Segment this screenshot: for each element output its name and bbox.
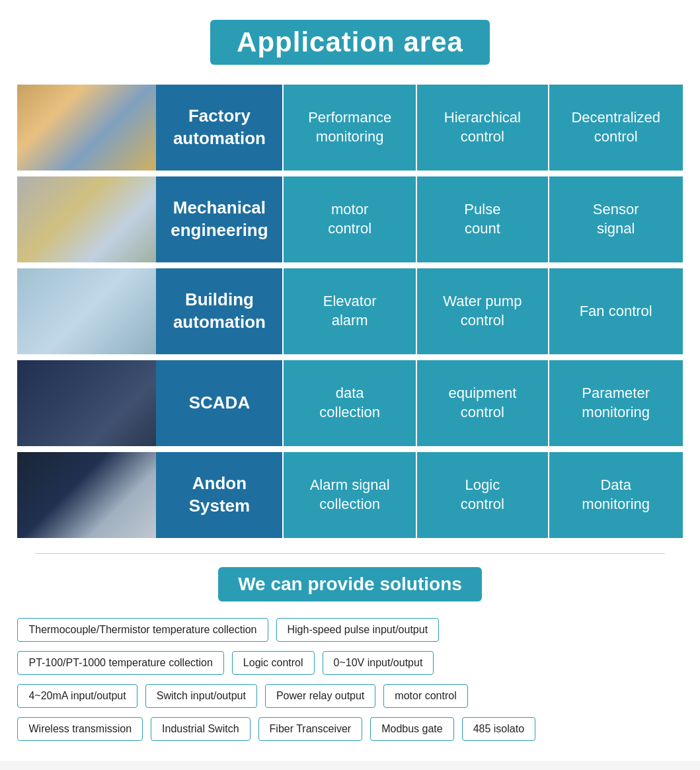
solution-tag: Modbus gate [370, 717, 454, 741]
title-wrapper: Application area [0, 13, 700, 71]
row-item-cell: Alarm signal collection [283, 451, 416, 539]
title-box: Application area [210, 20, 490, 65]
row-item-cell: motor control [283, 176, 416, 264]
row-item-cell: Data monitoring [549, 451, 683, 539]
solution-tag: 485 isolato [462, 717, 535, 741]
row-image-cell [17, 360, 156, 447]
tags-row: PT-100/PT-1000 temperature collectionLog… [17, 651, 682, 675]
row-item-cell: Hierarchical control [416, 85, 549, 172]
solution-tag: Logic control [232, 651, 315, 675]
tags-area: Thermocouple/Thermistor temperature coll… [17, 618, 682, 741]
row-category-cell: Building automation [156, 268, 283, 356]
solution-tag: 4~20mA input/output [17, 684, 137, 708]
solution-tag: High-speed pulse input/output [276, 618, 440, 642]
row-item-cell: Decentralized control [549, 85, 683, 172]
row-item-cell: Parameter monitoring [549, 360, 683, 447]
row-item-cell: Elevator alarm [283, 268, 416, 356]
row-category-cell: Factory automation [156, 85, 283, 172]
row-image-cell [17, 85, 156, 172]
row-category-cell: Andon System [156, 451, 283, 539]
table-row: Mechanical engineeringmotor controlPulse… [17, 176, 682, 264]
solutions-title: We can provide solutions [238, 574, 462, 594]
application-table: Factory automationPerformance monitoring… [17, 85, 682, 540]
solution-tag: PT-100/PT-1000 temperature collection [17, 651, 223, 675]
row-category-cell: Mechanical engineering [156, 176, 283, 264]
row-image-cell [17, 451, 156, 539]
solution-tag: Fiber Transceiver [258, 717, 363, 741]
row-item-cell: Fan control [549, 268, 683, 356]
solution-tag: 0~10V input/output [323, 651, 434, 675]
solution-tag: Wireless transmission [17, 717, 143, 741]
table-row: Andon SystemAlarm signal collectionLogic… [17, 451, 682, 539]
solution-tag: Power relay output [265, 684, 375, 708]
row-category-cell: SCADA [156, 360, 283, 447]
solution-tag: Thermocouple/Thermistor temperature coll… [17, 618, 268, 642]
row-item-cell: data collection [283, 360, 416, 447]
row-item-cell: equipment control [416, 360, 549, 447]
page-title: Application area [237, 26, 463, 58]
solution-tag: Switch input/output [145, 684, 257, 708]
row-image-cell [17, 176, 156, 264]
row-item-cell: Sensor signal [549, 176, 683, 264]
solution-tag: motor control [383, 684, 467, 708]
tags-row: Wireless transmissionIndustrial SwitchFi… [17, 717, 682, 741]
row-item-cell: Performance monitoring [283, 85, 416, 172]
table-row: Building automationElevator alarmWater p… [17, 268, 682, 356]
row-item-cell: Pulse count [416, 176, 549, 264]
page-wrapper: Application area Factory automationPerfo… [0, 0, 700, 761]
table-row: SCADAdata collectionequipment controlPar… [17, 360, 682, 447]
tags-row: Thermocouple/Thermistor temperature coll… [17, 618, 682, 642]
table-row: Factory automationPerformance monitoring… [17, 85, 682, 172]
tags-row: 4~20mA input/outputSwitch input/outputPo… [17, 684, 682, 708]
row-item-cell: Logic control [416, 451, 549, 539]
row-image-cell [17, 268, 156, 356]
solutions-title-box: We can provide solutions [218, 567, 482, 601]
section-divider [35, 553, 665, 554]
solution-tag: Industrial Switch [151, 717, 251, 741]
row-item-cell: Water pump control [416, 268, 549, 356]
solutions-title-wrapper: We can provide solutions [0, 567, 700, 601]
